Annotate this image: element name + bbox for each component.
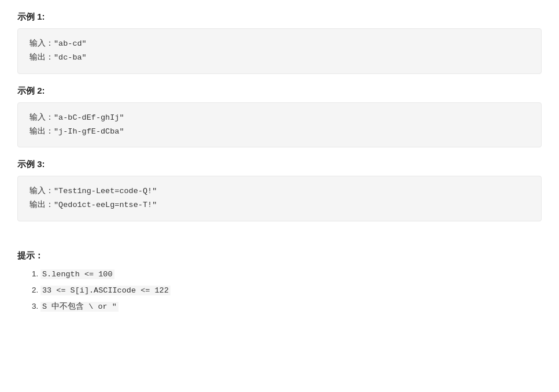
hint-item-1: S.length <= 100 [40,266,542,282]
example-3-input-value: "Test1ng-Leet=code-Q!" [54,187,157,195]
example-1-output-label: 输出： [29,53,54,62]
example-2-title: 示例 2: [17,86,542,97]
example-1-input-line: 输入："ab-cd" [29,37,530,51]
example-3-input-label: 输入： [29,187,54,195]
example-3-section: 示例 3: 输入："Test1ng-Leet=code-Q!" 输出："Qedo… [17,159,542,221]
example-1-code-block: 输入："ab-cd" 输出："dc-ba" [17,28,542,74]
example-3-output-line: 输出："Qedo1ct-eeLg=ntse-T!" [29,198,530,212]
example-2-section: 示例 2: 输入："a-bC-dEf-ghIj" 输出："j-Ih-gfE-dC… [17,86,542,148]
example-3-output-value: "Qedo1ct-eeLg=ntse-T!" [54,201,157,209]
example-2-code-block: 输入："a-bC-dEf-ghIj" 输出："j-Ih-gfE-dCba" [17,102,542,148]
example-1-output-value: "dc-ba" [54,53,87,62]
hints-section: 提示： S.length <= 100 33 <= S[i].ASCIIcode… [17,250,542,315]
example-3-input-line: 输入："Test1ng-Leet=code-Q!" [29,184,530,198]
hint-item-2-code: 33 <= S[i].ASCIIcode <= 122 [40,286,171,295]
hint-item-1-code: S.length <= 100 [40,269,114,279]
example-1-title: 示例 1: [17,12,542,23]
hint-item-2: 33 <= S[i].ASCIIcode <= 122 [40,282,542,298]
spacer [17,233,542,239]
example-3-output-label: 输出： [29,201,54,209]
example-1-section: 示例 1: 输入："ab-cd" 输出："dc-ba" [17,12,542,74]
hints-title: 提示： [17,250,542,261]
example-3-title: 示例 3: [17,159,542,170]
example-2-input-label: 输入： [29,113,54,122]
example-2-output-value: "j-Ih-gfE-dCba" [54,127,124,136]
example-2-input-line: 输入："a-bC-dEf-ghIj" [29,111,530,125]
example-2-output-line: 输出："j-Ih-gfE-dCba" [29,125,530,139]
hint-item-3-code: S 中不包含 \ or " [40,302,119,312]
example-1-input-label: 输入： [29,39,54,48]
example-3-code-block: 输入："Test1ng-Leet=code-Q!" 输出："Qedo1ct-ee… [17,176,542,221]
example-2-input-value: "a-bC-dEf-ghIj" [54,113,124,122]
example-1-output-line: 输出："dc-ba" [29,51,530,65]
example-1-input-value: "ab-cd" [54,39,87,48]
hint-item-3: S 中不包含 \ or " [40,298,542,315]
hints-list: S.length <= 100 33 <= S[i].ASCIIcode <= … [17,266,542,315]
example-2-output-label: 输出： [29,127,54,136]
